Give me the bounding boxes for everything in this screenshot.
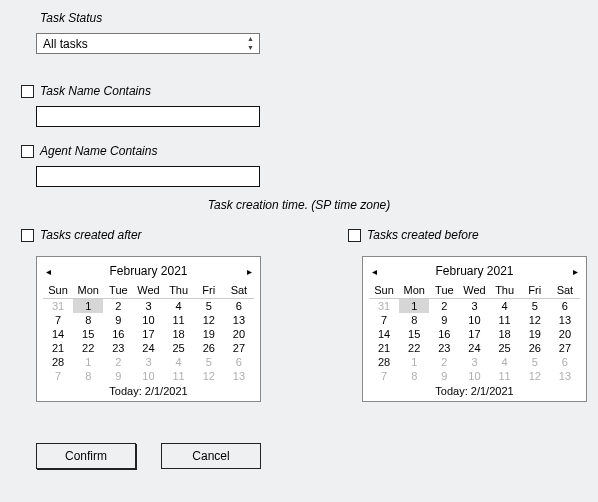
calendar-day[interactable]: 6 bbox=[550, 355, 580, 369]
calendar-day[interactable]: 2 bbox=[429, 355, 459, 369]
calendar-day[interactable]: 13 bbox=[224, 313, 254, 327]
calendar-day[interactable]: 16 bbox=[429, 327, 459, 341]
calendar-day[interactable]: 1 bbox=[73, 299, 103, 313]
calendar-day[interactable]: 21 bbox=[369, 341, 399, 355]
calendar-day[interactable]: 26 bbox=[520, 341, 550, 355]
dropdown-spinner-icon[interactable]: ▲▼ bbox=[243, 35, 258, 52]
calendar-day[interactable]: 9 bbox=[429, 369, 459, 383]
calendar-day[interactable]: 5 bbox=[194, 299, 224, 313]
calendar-after-footer[interactable]: Today: 2/1/2021 bbox=[43, 385, 254, 397]
calendar-day[interactable]: 31 bbox=[43, 299, 73, 313]
calendar-day[interactable]: 7 bbox=[369, 313, 399, 327]
calendar-day[interactable]: 6 bbox=[224, 355, 254, 369]
calendar-day[interactable]: 3 bbox=[133, 355, 163, 369]
tasks-created-before-checkbox[interactable] bbox=[348, 229, 361, 242]
calendar-day[interactable]: 12 bbox=[194, 369, 224, 383]
calendar-day[interactable]: 17 bbox=[459, 327, 489, 341]
calendar-day[interactable]: 13 bbox=[224, 369, 254, 383]
calendar-day[interactable]: 23 bbox=[103, 341, 133, 355]
calendar-before-title[interactable]: February 2021 bbox=[379, 264, 570, 278]
calendar-day[interactable]: 2 bbox=[103, 355, 133, 369]
calendar-day[interactable]: 2 bbox=[429, 299, 459, 313]
calendar-day[interactable]: 10 bbox=[133, 313, 163, 327]
calendar-after[interactable]: ◂ February 2021 ▸ SunMonTueWedThuFriSat3… bbox=[36, 256, 261, 402]
calendar-after-prev-icon[interactable]: ◂ bbox=[43, 266, 53, 277]
tasks-created-after-checkbox[interactable] bbox=[21, 229, 34, 242]
calendar-day[interactable]: 26 bbox=[194, 341, 224, 355]
calendar-day[interactable]: 15 bbox=[399, 327, 429, 341]
calendar-day[interactable]: 8 bbox=[399, 313, 429, 327]
calendar-day[interactable]: 12 bbox=[520, 369, 550, 383]
calendar-day[interactable]: 10 bbox=[133, 369, 163, 383]
calendar-day[interactable]: 1 bbox=[399, 299, 429, 313]
calendar-day[interactable]: 15 bbox=[73, 327, 103, 341]
cancel-button[interactable]: Cancel bbox=[161, 443, 261, 469]
calendar-day[interactable]: 7 bbox=[43, 313, 73, 327]
calendar-day[interactable]: 3 bbox=[459, 355, 489, 369]
task-status-dropdown[interactable]: All tasks ▲▼ bbox=[36, 33, 260, 54]
calendar-day[interactable]: 11 bbox=[490, 369, 520, 383]
calendar-day[interactable]: 22 bbox=[399, 341, 429, 355]
calendar-day[interactable]: 4 bbox=[490, 355, 520, 369]
calendar-day[interactable]: 19 bbox=[194, 327, 224, 341]
calendar-day[interactable]: 2 bbox=[103, 299, 133, 313]
calendar-day[interactable]: 9 bbox=[429, 313, 459, 327]
calendar-day[interactable]: 12 bbox=[194, 313, 224, 327]
calendar-day[interactable]: 1 bbox=[73, 355, 103, 369]
calendar-day[interactable]: 8 bbox=[73, 313, 103, 327]
calendar-day[interactable]: 14 bbox=[43, 327, 73, 341]
calendar-day[interactable]: 25 bbox=[490, 341, 520, 355]
calendar-day[interactable]: 24 bbox=[133, 341, 163, 355]
calendar-day[interactable]: 1 bbox=[399, 355, 429, 369]
calendar-day[interactable]: 8 bbox=[399, 369, 429, 383]
calendar-day[interactable]: 28 bbox=[369, 355, 399, 369]
calendar-day[interactable]: 28 bbox=[43, 355, 73, 369]
calendar-after-title[interactable]: February 2021 bbox=[53, 264, 244, 278]
task-name-contains-input[interactable] bbox=[36, 106, 260, 127]
calendar-day[interactable]: 27 bbox=[550, 341, 580, 355]
calendar-day[interactable]: 6 bbox=[224, 299, 254, 313]
agent-name-contains-input[interactable] bbox=[36, 166, 260, 187]
calendar-before-next-icon[interactable]: ▸ bbox=[570, 266, 580, 277]
calendar-day[interactable]: 22 bbox=[73, 341, 103, 355]
calendar-before[interactable]: ◂ February 2021 ▸ SunMonTueWedThuFriSat3… bbox=[362, 256, 587, 402]
calendar-day[interactable]: 25 bbox=[164, 341, 194, 355]
calendar-day[interactable]: 9 bbox=[103, 313, 133, 327]
calendar-day[interactable]: 3 bbox=[133, 299, 163, 313]
calendar-day[interactable]: 18 bbox=[490, 327, 520, 341]
confirm-button[interactable]: Confirm bbox=[36, 443, 136, 469]
calendar-day[interactable]: 9 bbox=[103, 369, 133, 383]
calendar-day[interactable]: 13 bbox=[550, 313, 580, 327]
calendar-day[interactable]: 20 bbox=[224, 327, 254, 341]
calendar-before-prev-icon[interactable]: ◂ bbox=[369, 266, 379, 277]
calendar-day[interactable]: 31 bbox=[369, 299, 399, 313]
calendar-day[interactable]: 5 bbox=[520, 299, 550, 313]
calendar-day[interactable]: 6 bbox=[550, 299, 580, 313]
calendar-day[interactable]: 24 bbox=[459, 341, 489, 355]
calendar-day[interactable]: 4 bbox=[490, 299, 520, 313]
calendar-day[interactable]: 14 bbox=[369, 327, 399, 341]
calendar-day[interactable]: 16 bbox=[103, 327, 133, 341]
calendar-day[interactable]: 20 bbox=[550, 327, 580, 341]
calendar-day[interactable]: 4 bbox=[164, 299, 194, 313]
calendar-day[interactable]: 19 bbox=[520, 327, 550, 341]
calendar-day[interactable]: 13 bbox=[550, 369, 580, 383]
calendar-day[interactable]: 11 bbox=[164, 369, 194, 383]
calendar-day[interactable]: 7 bbox=[369, 369, 399, 383]
calendar-day[interactable]: 7 bbox=[43, 369, 73, 383]
calendar-day[interactable]: 11 bbox=[164, 313, 194, 327]
calendar-before-footer[interactable]: Today: 2/1/2021 bbox=[369, 385, 580, 397]
agent-name-contains-checkbox[interactable] bbox=[21, 145, 34, 158]
calendar-day[interactable]: 8 bbox=[73, 369, 103, 383]
calendar-day[interactable]: 11 bbox=[490, 313, 520, 327]
calendar-day[interactable]: 18 bbox=[164, 327, 194, 341]
calendar-day[interactable]: 10 bbox=[459, 313, 489, 327]
calendar-day[interactable]: 27 bbox=[224, 341, 254, 355]
task-name-contains-checkbox[interactable] bbox=[21, 85, 34, 98]
calendar-after-next-icon[interactable]: ▸ bbox=[244, 266, 254, 277]
calendar-day[interactable]: 12 bbox=[520, 313, 550, 327]
calendar-day[interactable]: 10 bbox=[459, 369, 489, 383]
calendar-day[interactable]: 23 bbox=[429, 341, 459, 355]
calendar-day[interactable]: 5 bbox=[520, 355, 550, 369]
calendar-day[interactable]: 3 bbox=[459, 299, 489, 313]
